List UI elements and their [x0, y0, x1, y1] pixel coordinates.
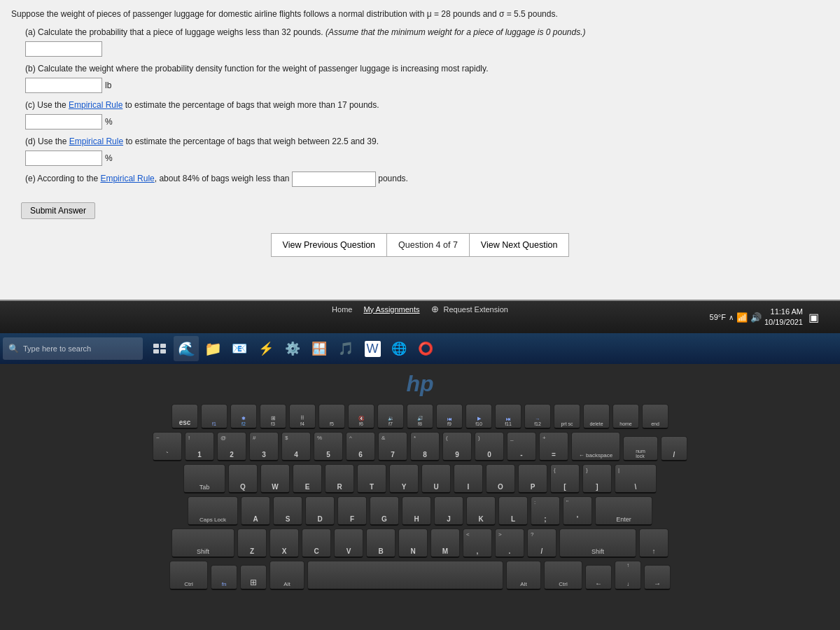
circle-icon[interactable]: ⭕: [413, 336, 438, 361]
key-n[interactable]: N: [398, 528, 428, 558]
key-d[interactable]: D: [305, 496, 335, 526]
key-v[interactable]: V: [334, 528, 363, 558]
notification-icon[interactable]: ▣: [808, 311, 819, 324]
submit-button[interactable]: Submit Answer: [21, 202, 95, 219]
key-c[interactable]: C: [302, 528, 331, 558]
key-j[interactable]: J: [434, 496, 463, 526]
word-icon[interactable]: W: [360, 336, 385, 361]
key-t[interactable]: T: [357, 464, 386, 493]
key-semicolon[interactable]: :;: [531, 496, 560, 526]
key-y[interactable]: Y: [389, 464, 419, 493]
answer-input-d[interactable]: [25, 150, 102, 166]
key-backslash[interactable]: |\: [615, 464, 657, 493]
key-x[interactable]: X: [270, 528, 299, 558]
key-f[interactable]: F: [337, 496, 367, 526]
key-m[interactable]: M: [430, 528, 460, 558]
key-g[interactable]: G: [370, 496, 399, 526]
key-f10[interactable]: ▶f10: [465, 404, 492, 429]
key-up-down[interactable]: ↑ ↓: [615, 561, 641, 590]
key-k[interactable]: K: [466, 496, 496, 526]
key-delete[interactable]: delete: [583, 404, 610, 429]
key-backspace[interactable]: ← backspace: [571, 432, 620, 461]
key-quote[interactable]: "': [563, 496, 592, 526]
key-fn[interactable]: fn: [211, 565, 237, 590]
bolt-icon[interactable]: ⚡: [253, 336, 279, 361]
browser-icon[interactable]: 🌐: [386, 336, 412, 361]
nav-home[interactable]: Home: [332, 304, 352, 314]
key-win[interactable]: ⊞: [240, 565, 267, 590]
nav-my-assignments[interactable]: My Assignments: [363, 304, 419, 314]
key-esc[interactable]: esc: [172, 404, 198, 429]
key-z[interactable]: Z: [237, 528, 267, 558]
key-f3[interactable]: ⊞f3: [260, 404, 286, 429]
key-rbracket[interactable]: }]: [582, 464, 612, 493]
nav-request-extension[interactable]: ⊕ Request Extension: [431, 304, 508, 314]
key-r[interactable]: R: [325, 464, 354, 493]
key-1[interactable]: !1: [185, 432, 214, 461]
key-3[interactable]: #3: [249, 432, 279, 461]
key-numlock[interactable]: numlock: [623, 436, 658, 461]
edge-icon[interactable]: 🌊: [174, 336, 199, 361]
key-0[interactable]: )0: [475, 432, 504, 461]
key-numslash[interactable]: /: [661, 436, 687, 461]
key-u[interactable]: U: [421, 464, 451, 493]
key-7[interactable]: &7: [378, 432, 407, 461]
answer-input-e[interactable]: [292, 172, 376, 187]
key-f8[interactable]: 🔊f8: [407, 404, 433, 429]
key-o[interactable]: O: [486, 464, 515, 493]
key-shift-right[interactable]: Shift: [559, 528, 636, 558]
key-f7[interactable]: 🔉f7: [377, 404, 404, 429]
key-alt-left[interactable]: Alt: [270, 561, 304, 590]
key-q[interactable]: Q: [228, 464, 258, 493]
search-area[interactable]: 🔍 Type here to search: [3, 337, 143, 360]
key-right[interactable]: →: [644, 565, 671, 590]
next-question-button[interactable]: View Next Question: [470, 233, 570, 257]
key-enter[interactable]: Enter: [595, 496, 652, 526]
key-b[interactable]: B: [366, 528, 396, 558]
key-space[interactable]: [307, 561, 503, 590]
key-6[interactable]: ^6: [346, 432, 375, 461]
key-lbracket[interactable]: {[: [550, 464, 580, 493]
key-ctrl-right[interactable]: Ctrl: [544, 561, 582, 590]
key-5[interactable]: %5: [314, 432, 343, 461]
key-2[interactable]: @2: [217, 432, 246, 461]
prev-question-button[interactable]: View Previous Question: [271, 233, 386, 257]
key-alt-right[interactable]: Alt: [506, 561, 541, 590]
key-caps[interactable]: Caps Lock: [188, 496, 238, 526]
app-icon-6[interactable]: 🪟: [307, 336, 332, 361]
key-equals[interactable]: +=: [539, 432, 568, 461]
key-f5[interactable]: f5: [318, 404, 345, 429]
key-up[interactable]: ↑: [639, 528, 668, 558]
answer-input-c[interactable]: [25, 114, 102, 130]
key-f12[interactable]: →f12: [524, 404, 551, 429]
key-8[interactable]: *8: [410, 432, 440, 461]
app-icon-7[interactable]: 🎵: [333, 336, 358, 361]
key-prtsc[interactable]: prt sc: [554, 404, 580, 429]
key-backtick[interactable]: ~`: [153, 432, 182, 461]
answer-input-a[interactable]: [25, 41, 102, 57]
key-l[interactable]: L: [498, 496, 528, 526]
key-ctrl-left[interactable]: Ctrl: [169, 561, 208, 590]
key-e[interactable]: E: [293, 464, 322, 493]
key-s[interactable]: S: [273, 496, 302, 526]
key-tab[interactable]: Tab: [183, 464, 225, 493]
key-9[interactable]: (9: [442, 432, 472, 461]
key-minus[interactable]: _-: [507, 432, 536, 461]
key-slash[interactable]: ?/: [527, 528, 556, 558]
key-comma[interactable]: <,: [463, 528, 492, 558]
key-f11[interactable]: ⏭f11: [495, 404, 522, 429]
key-f6[interactable]: 🔇f6: [348, 404, 374, 429]
key-period[interactable]: >.: [495, 528, 524, 558]
key-left[interactable]: ←: [585, 565, 612, 590]
key-w[interactable]: W: [260, 464, 290, 493]
key-4[interactable]: $4: [281, 432, 311, 461]
key-f1[interactable]: f1: [201, 404, 227, 429]
key-home[interactable]: home: [612, 404, 639, 429]
task-view-icon[interactable]: [147, 336, 172, 361]
key-i[interactable]: I: [454, 464, 483, 493]
key-f2[interactable]: ✱f2: [230, 404, 257, 429]
key-end[interactable]: end: [642, 404, 668, 429]
mail-icon[interactable]: 📧: [227, 336, 252, 361]
key-f4[interactable]: ⠿f4: [289, 404, 316, 429]
key-h[interactable]: H: [402, 496, 431, 526]
